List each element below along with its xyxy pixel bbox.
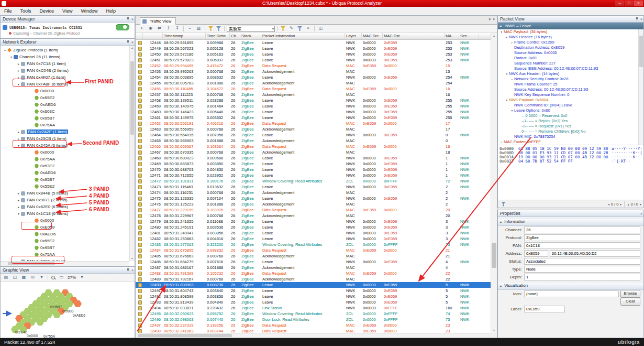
device-manager-header[interactable]: Device Manager × xyxy=(1,16,135,23)
scroll-down-icon[interactable]: ▼ xyxy=(130,256,135,261)
menu-item[interactable]: Help xyxy=(102,7,120,15)
property-value-extra[interactable]: 00:12:4B:00:05:AD:50:D2 xyxy=(550,250,640,257)
packet-row[interactable]: 12473 08:50:31.115463 0.013632 26 ZigBee… xyxy=(136,184,491,190)
pin-icon[interactable] xyxy=(126,17,130,21)
packet-row[interactable]: 12460 08:50:30.146423 0.005448 26 ZigBee… xyxy=(136,109,491,115)
tree-item[interactable]: 0x0000 xyxy=(1,217,129,224)
column-header[interactable]: MAC Src. xyxy=(362,33,383,39)
packet-row[interactable]: 12454 08:50:30.003895 0.008632 26 ZigBee… xyxy=(136,74,491,80)
packet-field[interactable]: ▹ MAC Footer: 0xFFFF xyxy=(498,139,638,145)
expander-icon[interactable]: ▾ xyxy=(510,108,514,113)
tab-close-icon[interactable]: × xyxy=(493,17,495,21)
tree-item[interactable]: 0x0000 xyxy=(1,88,129,94)
column-header[interactable] xyxy=(143,33,163,39)
tree-item[interactable]: ▾ PAN 0xFA8F (6 items) xyxy=(1,81,129,88)
section-information[interactable]: ▴ Information xyxy=(498,218,643,226)
tree-item[interactable]: 0xE059 xyxy=(1,224,129,231)
label-field[interactable]: 0xE059 xyxy=(524,306,565,312)
packet-row[interactable]: 12495 08:50:32.090623 0.056752 26 ZigBee… xyxy=(136,311,491,317)
columns-icon[interactable]: ▥ xyxy=(195,25,203,32)
filter-icon[interactable] xyxy=(208,26,213,31)
property-value[interactable]: ZigBee xyxy=(524,234,640,241)
pin-icon[interactable] xyxy=(635,17,639,21)
packet-row[interactable]: 12474 08:50:31.116231 0.000768 26 ZigBee… xyxy=(136,190,491,196)
save-image-icon[interactable]: ▤ xyxy=(2,274,10,281)
packet-field[interactable]: NWK Command ID: [0x04] Leave xyxy=(498,103,638,108)
column-header[interactable]: Ch. xyxy=(230,33,240,39)
traffic-horizontal-scrollbar[interactable] xyxy=(136,333,491,338)
tree-vertical-scrollbar[interactable]: ▲ ▼ xyxy=(129,46,135,261)
packet-row[interactable]: 12491 08:50:31.804743 0.003840 26 ZigBee… xyxy=(136,288,491,294)
section-visualization[interactable]: ▴ Visualization xyxy=(498,282,643,290)
filter-profile-dropdown[interactable]: 实验室 xyxy=(227,26,275,32)
prev-match-icon[interactable]: ◂ xyxy=(608,202,609,206)
column-header[interactable] xyxy=(136,33,143,39)
collapse-icon[interactable]: ◂ xyxy=(499,23,502,29)
tree-item[interactable]: ▸ PAN 0x4F07 (1 item) xyxy=(1,74,129,81)
packet-field[interactable]: ▾ Leave Options: 0x60 xyxy=(498,108,638,113)
packet-view-header[interactable]: Packet View × xyxy=(498,16,643,23)
packet-row[interactable]: 12464 08:50:30.564015 0.007056 26 ZigBee… xyxy=(136,132,491,138)
packet-row[interactable]: 12486 08:50:31.684279 0.007616 26 ZigBee… xyxy=(136,259,491,265)
edit-icon[interactable]: ✎ xyxy=(287,25,295,32)
tree-item[interactable]: 0x95B7 xyxy=(1,115,129,122)
tree-item[interactable]: 0x53E2 xyxy=(1,163,129,169)
record-icon[interactable]: ◉ xyxy=(147,25,154,32)
packet-row[interactable]: 12484 08:50:31.675895 0.098832 26 ZigBee… xyxy=(136,247,491,253)
tree-item[interactable]: ▸ PAN 0x62E0 (6 items) xyxy=(1,203,129,210)
tree-item[interactable]: 0x0000 xyxy=(1,149,129,156)
fit-view-icon[interactable]: ▭ xyxy=(58,274,65,281)
property-value[interactable]: 26 xyxy=(524,226,640,233)
expander-icon[interactable]: ▾ xyxy=(16,82,21,86)
packet-row[interactable]: 12485 08:50:31.676663 0.000768 26 ZigBee… xyxy=(136,253,491,259)
export-icon[interactable]: ◫ xyxy=(317,25,325,32)
packet-field[interactable]: ▾ NWK Header: (16 bytes) xyxy=(498,35,638,40)
layout-dropdown-icon[interactable]: ▾ xyxy=(38,274,46,281)
tree-item[interactable]: ▸ PAN 0x7C18 (1 item) xyxy=(1,60,129,67)
expander-icon[interactable] xyxy=(517,124,521,129)
packet-row[interactable]: 12469 08:50:30.683873 0.003850 26 ZigBee… xyxy=(136,161,491,167)
packet-row[interactable]: 12471 08:50:30.712655 0.023952 26 ZigBee… xyxy=(136,172,491,178)
packet-row[interactable]: 12465 08:50:30.565903 0.001888 26 ZigBee… xyxy=(136,138,491,144)
detail-vertical-scrollbar[interactable] xyxy=(638,29,643,145)
packet-summary-bar[interactable]: ◂ NWK – Leave xyxy=(498,23,643,29)
packet-row[interactable]: 12494 08:50:32.033871 0.220432 26 ZigBee… xyxy=(136,305,491,311)
packet-field[interactable]: -1-- ---- = Request: [0x1] Yes xyxy=(498,124,638,129)
tree-item[interactable]: ▸ PAN 0x2A2F (1 item) xyxy=(1,128,129,135)
expander-icon[interactable]: ▾ xyxy=(505,35,509,40)
expander-icon[interactable] xyxy=(510,50,514,56)
packet-field[interactable]: ▾ NWK Payload: 0x6004 xyxy=(498,98,638,103)
tree-item[interactable]: ▸ PAN 0x844B (5 items) xyxy=(1,190,129,197)
menu-item[interactable]: File xyxy=(0,7,16,15)
list-options-icon[interactable]: ≡ xyxy=(186,25,194,32)
packet-row[interactable]: 12457 08:50:30.111223 0.000768 26 ZigBee… xyxy=(136,92,491,98)
scrollbar-thumb[interactable] xyxy=(130,61,134,135)
packet-row[interactable]: 12498 08:50:32.241063 0.003744 26 ZigBee… xyxy=(136,328,491,333)
scrollbar-thumb[interactable] xyxy=(639,36,643,67)
expander-icon[interactable] xyxy=(510,103,514,108)
property-value[interactable]: 1 xyxy=(524,274,640,280)
packet-field[interactable]: NWK Frame Counter: 25 xyxy=(498,82,638,87)
minimize-button[interactable]: – xyxy=(615,1,624,6)
device-row[interactable]: USB0015: Texas Instruments CC2531 xyxy=(2,24,134,31)
expander-icon[interactable] xyxy=(510,66,514,71)
expander-icon[interactable] xyxy=(517,129,521,134)
packet-row[interactable]: 12480 08:50:31.245191 0.003536 26 ZigBee… xyxy=(136,224,491,230)
scrollbar-thumb[interactable] xyxy=(138,334,232,337)
packet-row[interactable]: 12449 08:50:29.567023 0.005128 26 ZigBee… xyxy=(136,46,491,51)
device-enable-toggle[interactable] xyxy=(116,24,129,30)
tree-item[interactable]: ▾ PAN 0x245A (6 items) xyxy=(1,142,129,149)
scroll-top-icon[interactable]: ↥ xyxy=(164,25,172,32)
next-match-icon[interactable]: ▸ xyxy=(620,202,621,206)
packet-field[interactable]: NWK MIC: 0x78875254 xyxy=(498,134,638,139)
property-value[interactable]: Node xyxy=(524,266,640,273)
packet-row[interactable]: 12453 08:50:29.995263 0.000768 26 ZigBee… xyxy=(136,69,491,74)
expander-icon[interactable] xyxy=(517,118,521,124)
packet-field[interactable]: Source IEEE Address: 00:12:4B:00:07:CD:1… xyxy=(498,66,638,71)
column-header[interactable]: MA... xyxy=(445,33,459,39)
clear-button[interactable]: Clear xyxy=(620,298,640,306)
menu-item[interactable]: Tools xyxy=(16,7,36,15)
packet-row[interactable]: 12461 08:50:30.149975 0.003552 26 ZigBee… xyxy=(136,115,491,121)
expander-icon[interactable]: ▹ xyxy=(510,40,514,45)
expander-icon[interactable]: ▸ xyxy=(16,198,21,202)
